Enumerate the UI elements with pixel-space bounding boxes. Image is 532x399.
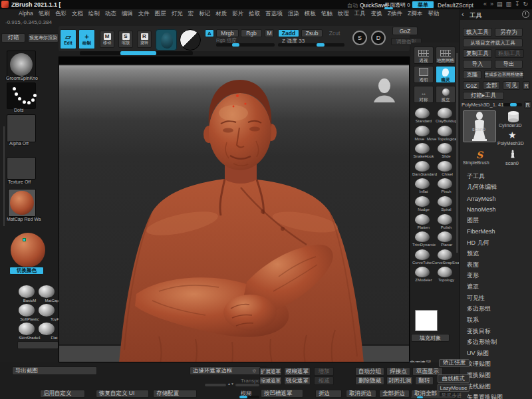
menu-item[interactable]: Alpha — [19, 10, 33, 18]
enable-custom-button[interactable]: 启用自定义 — [40, 390, 85, 398]
active-tool-name[interactable]: PolyMesh3D_1. 41 — [462, 102, 503, 108]
edit-button[interactable]: ▱ Edit — [60, 29, 76, 49]
goz-tool-button[interactable]: GoZ — [463, 81, 480, 90]
lightbox-tool-button[interactable]: 灯箱▸工具 — [463, 92, 504, 100]
active-tool-slider[interactable] — [503, 103, 522, 106]
make-polymesh-button[interactable]: 生成多边形网格物体 — [484, 70, 524, 79]
crease-all-button[interactable]: 全部折边 — [379, 390, 410, 398]
tool-subpalette[interactable]: 可见性 — [467, 293, 531, 304]
shrink-mask-button[interactable]: 缩减遮罩 — [259, 376, 282, 385]
menu-item[interactable]: 文档 — [72, 10, 83, 18]
menu-item[interactable]: Z插件 — [388, 10, 402, 18]
tool-subpalette[interactable]: 多边形组 — [467, 304, 531, 315]
window-icon[interactable]: ↻ — [523, 1, 529, 7]
brush-thumbnail[interactable] — [415, 267, 430, 277]
window-icon[interactable]: « — [483, 1, 487, 7]
menu-item[interactable]: 动态 — [105, 10, 116, 18]
paste-tool-button[interactable]: 粘贴工具 — [495, 49, 524, 58]
menu-item[interactable]: 首选项 — [265, 10, 283, 18]
menu-item[interactable]: 模板 — [305, 10, 316, 18]
spinner-arrows-icon[interactable]: ▲▼ — [227, 382, 234, 386]
mini-slider-left[interactable] — [205, 384, 226, 386]
tool-subpalette[interactable]: 联系 — [467, 315, 531, 326]
polymesh3d-star-icon[interactable]: ★ — [508, 130, 517, 140]
flip-button[interactable]: 翻转 — [415, 376, 434, 385]
brush-thumbnail[interactable] — [438, 231, 452, 242]
brush-thumbnail[interactable] — [415, 214, 430, 225]
current-stroke-thumbnail[interactable] — [7, 82, 36, 109]
ghost-toggle[interactable]: 幽灵 — [436, 66, 456, 83]
current-texture-thumbnail[interactable] — [7, 157, 36, 180]
goz-button[interactable]: GoZ — [392, 27, 418, 35]
clone-button[interactable]: 克隆 — [463, 70, 481, 79]
material-thumbnail[interactable] — [39, 304, 55, 317]
brush-thumbnail[interactable] — [415, 249, 430, 260]
material-thumbnail[interactable] — [19, 285, 35, 298]
curve-mode-button[interactable]: 曲线模式 — [438, 374, 469, 383]
save-as-button[interactable]: 另存为 — [495, 28, 523, 37]
export-button[interactable]: 导出 — [495, 60, 523, 68]
brush-thumbnail[interactable] — [438, 196, 452, 207]
preview-boolean-button[interactable]: 预览布尔渲染 — [28, 33, 59, 43]
menu-item[interactable]: 工具 — [354, 10, 366, 18]
current-material-thumbnail[interactable] — [8, 189, 36, 217]
goz-visible-button[interactable]: 可见 — [503, 81, 520, 90]
symmetry-toggle[interactable]: ↔ 对称 — [414, 86, 434, 103]
tool-subpalette[interactable]: 变形 — [467, 271, 531, 282]
subtract-button[interactable]: 相减 — [314, 376, 334, 385]
draw-button[interactable]: + 绘制 — [78, 29, 95, 49]
brush-preview-button[interactable] — [156, 29, 177, 51]
tool-subpalette[interactable]: 多边形绘制 — [467, 336, 531, 348]
lazymouse-button[interactable]: LazyMouse — [438, 384, 469, 392]
menu-item[interactable]: 帮助 — [428, 10, 439, 18]
delete-hidden-button[interactable]: 删除隐藏 — [355, 376, 384, 385]
brush-thumbnail[interactable] — [438, 249, 452, 260]
mode-a-button[interactable]: A — [205, 29, 214, 37]
tool-r-button[interactable]: R — [524, 101, 531, 108]
brush-thumbnail[interactable] — [438, 108, 452, 118]
menu-item[interactable]: 拾取 — [249, 10, 260, 18]
tool-subpalette[interactable]: 图层 — [467, 215, 531, 227]
menu-item[interactable]: 渲染 — [288, 10, 299, 18]
brush-thumbnail[interactable] — [415, 178, 430, 189]
brush-thumbnail[interactable] — [415, 143, 430, 154]
sculptris-mode-button[interactable]: S — [352, 31, 367, 45]
goz-all-button[interactable]: 全部 — [483, 81, 500, 90]
tool-subpalette[interactable]: 矢量置换贴图 — [467, 392, 531, 399]
correct-strength-box[interactable]: 矫正强度 — [439, 359, 469, 367]
brush-thumbnail[interactable] — [415, 108, 430, 118]
back-arrow-icon[interactable]: ‹ — [462, 10, 464, 18]
cylinder3d-icon[interactable] — [503, 110, 524, 122]
mini-slider-right[interactable] — [235, 384, 259, 386]
tool-subpalette[interactable]: FiberMesh — [467, 226, 531, 237]
brush-thumbnail[interactable] — [438, 267, 452, 277]
tool-subpalette[interactable]: ArrayMesh — [467, 193, 531, 204]
menu-button[interactable]: 菜单 — [412, 1, 434, 9]
viewport-canvas[interactable] — [59, 57, 410, 362]
restore-custom-ui-button[interactable]: 恢复自定义 UI — [96, 390, 149, 398]
menu-item[interactable]: 图层 — [155, 10, 166, 18]
zsub-button[interactable]: Zsub — [301, 29, 323, 37]
material-thumbnail[interactable] — [19, 304, 35, 317]
perspective-toggle[interactable]: 透视 — [414, 47, 434, 64]
menu-item[interactable]: 笔刷 — [39, 10, 50, 18]
auto-groups-button[interactable]: 自动分组 — [355, 367, 384, 376]
tool-subpalette[interactable]: 法线贴图 — [467, 381, 531, 392]
brush-thumbnail[interactable] — [438, 214, 452, 225]
floor-grid-toggle[interactable]: 地面网格 — [436, 47, 456, 64]
brush-thumbnail[interactable] — [415, 126, 430, 136]
tool-subpalette[interactable]: 几何体编辑 — [467, 182, 531, 194]
blur-slider[interactable] — [239, 396, 259, 398]
dynamesh-mode-button[interactable]: D — [371, 31, 386, 45]
mrgb-button[interactable]: Mrgb — [216, 29, 239, 37]
brush-thumbnail[interactable] — [438, 161, 452, 172]
cavity-mask-button[interactable]: 按凹槽遮罩 — [261, 389, 303, 398]
material-thumbnail[interactable] — [39, 285, 55, 298]
tool-subpalette[interactable]: 置换贴图 — [467, 370, 531, 381]
zadd-button[interactable]: Zadd — [278, 29, 299, 37]
left-tray-scrollbar[interactable] — [3, 126, 5, 226]
window-icon[interactable]: ▤ — [497, 1, 503, 7]
simplebrush-thumbnail[interactable]: S — [463, 149, 496, 160]
brush-thumbnail[interactable] — [438, 126, 452, 136]
menu-item[interactable]: 绘制 — [88, 10, 100, 18]
